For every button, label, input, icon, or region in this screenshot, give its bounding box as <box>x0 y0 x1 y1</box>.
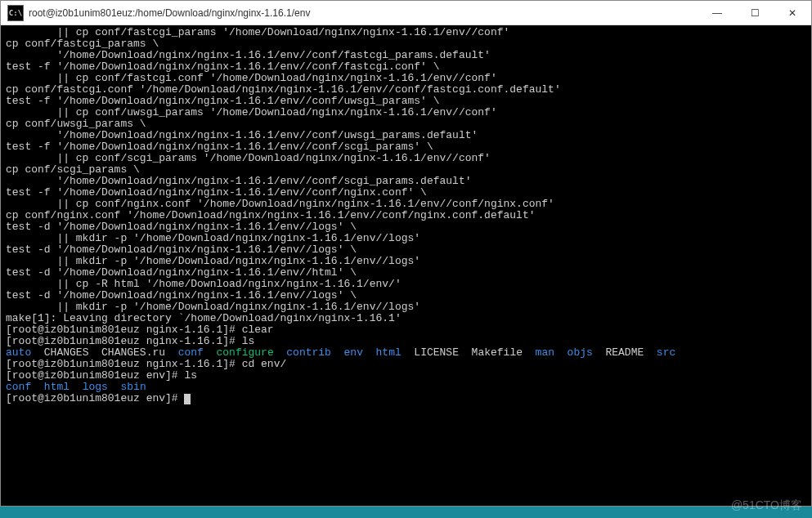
terminal-text: conf <box>6 381 31 393</box>
terminal-text: '/home/Download/nginx/nginx-1.16.1/env//… <box>6 49 491 61</box>
terminal-text: test -f '/home/Download/nginx/nginx-1.16… <box>6 141 433 153</box>
terminal-line: || cp conf/fastcgi.conf '/home/Download/… <box>6 73 806 84</box>
terminal-text: || cp conf/scgi_params '/home/Download/n… <box>6 152 491 164</box>
terminal-text: cp conf/uwsgi_params \ <box>6 118 146 130</box>
terminal-text: || cp -R html '/home/Download/nginx/ngin… <box>6 278 402 290</box>
terminal-line: '/home/Download/nginx/nginx-1.16.1/env//… <box>6 176 806 187</box>
terminal-text: || cp conf/nginx.conf '/home/Download/ng… <box>6 198 554 210</box>
terminal-text: test -d '/home/Download/nginx/nginx-1.16… <box>6 266 357 279</box>
terminal-line: test -f '/home/Download/nginx/nginx-1.16… <box>6 141 806 153</box>
terminal-line: || cp conf/fastcgi_params '/home/Downloa… <box>6 27 806 38</box>
terminal-text: test -d '/home/Download/nginx/nginx-1.16… <box>6 221 357 233</box>
terminal-text: [root@iz0b1unim801euz nginx-1.16.1]# cd … <box>6 358 286 370</box>
terminal-text <box>70 381 83 393</box>
titlebar[interactable]: C:\ root@iz0b1unim801euz:/home/Download/… <box>1 1 811 25</box>
terminal-text: || mkdir -p '/home/Download/nginx/nginx-… <box>6 301 420 313</box>
terminal-text: || cp conf/uwsgi_params '/home/Download/… <box>6 106 497 118</box>
terminal-line: || mkdir -p '/home/Download/nginx/nginx-… <box>6 256 806 267</box>
terminal-text: CHANGES CHANGES.ru <box>31 346 177 359</box>
terminal-line: test -f '/home/Download/nginx/nginx-1.16… <box>6 187 806 199</box>
terminal-line: || cp conf/uwsgi_params '/home/Download/… <box>6 107 806 118</box>
terminal-text: html <box>44 381 70 393</box>
terminal-line: auto CHANGES CHANGES.ru conf configure c… <box>6 347 806 359</box>
terminal-text <box>108 381 121 393</box>
terminal-line: test -d '/home/Download/nginx/nginx-1.16… <box>6 290 806 301</box>
terminal-text: [root@iz0b1unim801euz env]# <box>6 392 184 404</box>
terminal-text: [root@iz0b1unim801euz env]# ls <box>6 369 197 382</box>
terminal-text: cp conf/nginx.conf '/home/Download/nginx… <box>6 209 536 221</box>
terminal-line: cp conf/scgi_params \ <box>6 164 806 176</box>
cursor <box>184 394 191 404</box>
terminal-text: contrib <box>286 346 331 359</box>
terminal-text: || mkdir -p '/home/Download/nginx/nginx-… <box>6 232 420 244</box>
terminal-text: '/home/Download/nginx/nginx-1.16.1/env//… <box>6 175 472 187</box>
app-icon: C:\ <box>7 5 24 21</box>
terminal-line: cp conf/fastcgi.conf '/home/Download/ngi… <box>6 84 806 96</box>
maximize-button[interactable]: ☐ <box>736 1 774 25</box>
terminal-text: make[1]: Leaving directory `/home/Downlo… <box>6 312 402 324</box>
terminal-line: [root@iz0b1unim801euz env]# <box>6 393 806 404</box>
window-controls: — ☐ ✕ <box>698 1 811 25</box>
terminal-line: cp conf/fastcgi_params \ <box>6 38 806 50</box>
terminal-text: man <box>536 346 554 359</box>
terminal-line: test -f '/home/Download/nginx/nginx-1.16… <box>6 96 806 107</box>
terminal-line: || cp conf/nginx.conf '/home/Download/ng… <box>6 199 806 210</box>
terminal-text: auto <box>6 346 31 359</box>
terminal-output[interactable]: || cp conf/fastcgi_params '/home/Downloa… <box>1 25 811 506</box>
terminal-text: cp conf/scgi_params \ <box>6 163 140 176</box>
terminal-line: || mkdir -p '/home/Download/nginx/nginx-… <box>6 301 806 313</box>
terminal-line: test -d '/home/Download/nginx/nginx-1.16… <box>6 221 806 233</box>
terminal-text: sbin <box>120 381 146 393</box>
terminal-text: cp conf/fastcgi.conf '/home/Download/ngi… <box>6 83 561 96</box>
terminal-text: conf <box>178 346 204 359</box>
terminal-line: || cp -R html '/home/Download/nginx/ngin… <box>6 279 806 290</box>
terminal-line: [root@iz0b1unim801euz env]# ls <box>6 370 806 382</box>
terminal-line: '/home/Download/nginx/nginx-1.16.1/env//… <box>6 50 806 61</box>
terminal-text: [root@iz0b1unim801euz nginx-1.16.1]# ls <box>6 335 254 347</box>
terminal-text: test -d '/home/Download/nginx/nginx-1.16… <box>6 289 357 301</box>
terminal-text <box>274 346 287 359</box>
terminal-line: cp conf/uwsgi_params \ <box>6 118 806 130</box>
terminal-line: test -f '/home/Download/nginx/nginx-1.16… <box>6 61 806 73</box>
terminal-text: objs <box>568 346 593 359</box>
terminal-text: cp conf/fastcgi_params \ <box>6 38 159 50</box>
minimize-button[interactable]: — <box>698 1 736 25</box>
terminal-text: logs <box>83 381 108 393</box>
terminal-line: [root@iz0b1unim801euz nginx-1.16.1]# ls <box>6 336 806 347</box>
terminal-text <box>31 381 44 393</box>
close-button[interactable]: ✕ <box>774 1 811 25</box>
terminal-text <box>363 346 376 359</box>
terminal-text: LICENSE Makefile <box>402 346 536 359</box>
terminal-text: configure <box>216 346 273 359</box>
terminal-line: test -d '/home/Download/nginx/nginx-1.16… <box>6 267 806 279</box>
window-title: root@iz0b1unim801euz:/home/Download/ngin… <box>29 7 698 19</box>
terminal-text: html <box>376 346 402 359</box>
terminal-window: C:\ root@iz0b1unim801euz:/home/Download/… <box>0 0 812 507</box>
terminal-line: [root@iz0b1unim801euz nginx-1.16.1]# cd … <box>6 359 806 370</box>
terminal-text: || cp conf/fastcgi.conf '/home/Download/… <box>6 72 497 84</box>
terminal-text: README <box>593 346 657 359</box>
terminal-line: cp conf/nginx.conf '/home/Download/nginx… <box>6 210 806 221</box>
terminal-text <box>204 346 217 359</box>
terminal-text: test -f '/home/Download/nginx/nginx-1.16… <box>6 186 427 199</box>
terminal-line: || mkdir -p '/home/Download/nginx/nginx-… <box>6 233 806 244</box>
terminal-text: test -f '/home/Download/nginx/nginx-1.16… <box>6 95 440 107</box>
terminal-line: test -d '/home/Download/nginx/nginx-1.16… <box>6 244 806 256</box>
terminal-text: test -f '/home/Download/nginx/nginx-1.16… <box>6 60 440 73</box>
terminal-line: [root@iz0b1unim801euz nginx-1.16.1]# cle… <box>6 324 806 336</box>
terminal-text: || mkdir -p '/home/Download/nginx/nginx-… <box>6 255 420 267</box>
terminal-text: test -d '/home/Download/nginx/nginx-1.16… <box>6 243 357 256</box>
terminal-text <box>554 346 568 359</box>
terminal-line: make[1]: Leaving directory `/home/Downlo… <box>6 313 806 324</box>
terminal-text: env <box>344 346 363 359</box>
terminal-text: '/home/Download/nginx/nginx-1.16.1/env//… <box>6 129 478 141</box>
terminal-text <box>331 346 344 359</box>
terminal-text: || cp conf/fastcgi_params '/home/Downloa… <box>6 26 509 38</box>
terminal-text: [root@iz0b1unim801euz nginx-1.16.1]# cle… <box>6 324 274 336</box>
terminal-text: src <box>657 346 675 359</box>
terminal-line: '/home/Download/nginx/nginx-1.16.1/env//… <box>6 130 806 141</box>
terminal-line: || cp conf/scgi_params '/home/Download/n… <box>6 153 806 164</box>
terminal-line: conf html logs sbin <box>6 382 806 393</box>
